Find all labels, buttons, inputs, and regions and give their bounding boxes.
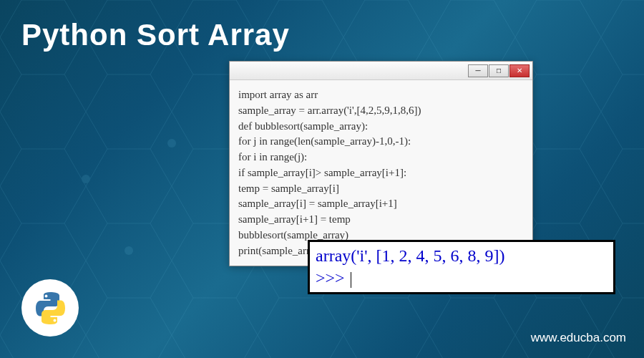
minimize-button[interactable]: ─: [468, 64, 488, 77]
code-line: import array as arr: [238, 87, 524, 103]
page-title: Python Sort Array: [21, 18, 290, 52]
code-line: for i in range(j):: [238, 150, 524, 165]
code-line: def bubblesort(sample_array):: [238, 119, 524, 135]
code-body: import array as arr sample_array = arr.a…: [230, 80, 532, 266]
python-logo-icon: [31, 289, 70, 328]
code-line: temp = sample_array[i]: [238, 181, 524, 197]
code-window: ─ □ ✕ import array as arr sample_array =…: [229, 61, 533, 266]
code-line: for j in range(len(sample_array)-1,0,-1)…: [238, 134, 524, 150]
svg-point-2: [82, 175, 90, 183]
output-result: array('i', [1, 2, 4, 5, 6, 8, 9]): [316, 245, 608, 267]
close-button[interactable]: ✕: [509, 64, 530, 77]
python-logo: [21, 279, 79, 337]
code-line: sample_array = arr.array('i',[4,2,5,9,1,…: [238, 103, 524, 119]
text-cursor-icon: [351, 272, 351, 288]
svg-point-3: [167, 139, 176, 147]
python-prompt: >>>: [316, 268, 345, 287]
output-window: array('i', [1, 2, 4, 5, 6, 8, 9]) >>>: [308, 240, 615, 294]
maximize-button[interactable]: □: [489, 64, 509, 77]
code-line: sample_array[i+1] = temp: [238, 212, 524, 228]
window-titlebar: ─ □ ✕: [230, 62, 532, 80]
svg-point-4: [125, 246, 133, 255]
code-line: sample_array[i] = sample_array[i+1]: [238, 196, 524, 212]
website-url: www.educba.com: [531, 331, 626, 345]
code-line: if sample_array[i]> sample_array[i+1]:: [238, 165, 524, 181]
